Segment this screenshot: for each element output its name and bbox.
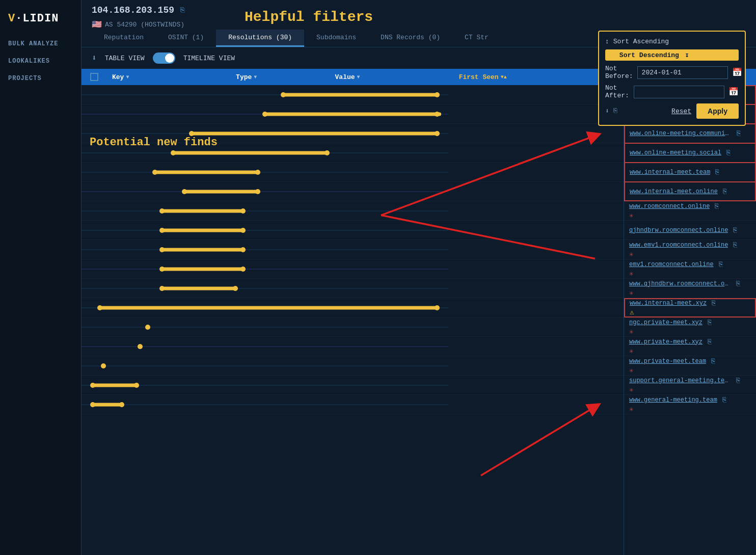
copy-domain-icon[interactable]: ⎘ [708, 319, 712, 327]
star-icon: ✳ [629, 211, 633, 220]
timeline-bar [192, 131, 437, 135]
domain-list-item: support.general-meeting.team ⎘ ✳ [624, 376, 756, 395]
domain-link[interactable]: www.internal-meet.team [630, 169, 710, 176]
timeline-dot-end [240, 228, 246, 233]
copy-domain-icon[interactable]: ⎘ [736, 377, 740, 385]
copy-domain-icon[interactable]: ⎘ [711, 357, 715, 365]
star-icon: ✳ [629, 366, 633, 375]
timeline-dot-start [189, 131, 194, 136]
download-icon[interactable]: ⬇ [92, 53, 97, 63]
domain-list-item: www.internal-meet.online ⎘ [624, 182, 756, 201]
calendar-after-icon[interactable]: 📅 [728, 87, 739, 97]
domain-link[interactable]: www.online-meeting.community [630, 130, 732, 137]
reset-button[interactable]: Reset [671, 108, 691, 115]
timeline-dot-start [159, 208, 165, 214]
timeline-bar [162, 286, 235, 290]
star-icon: ✳ [629, 347, 633, 355]
copy-domain-icon[interactable]: ⎘ [712, 299, 716, 307]
timeline-dot-start [159, 267, 165, 272]
tab-subdomains[interactable]: Subdomains [304, 30, 368, 47]
timeline-bar [162, 267, 242, 271]
star-icon: ✳ [629, 385, 633, 394]
domain-link[interactable]: www.private-meet.xyz [629, 338, 703, 346]
apply-button[interactable]: Apply [696, 103, 739, 119]
sort-descending-row[interactable]: ✓ Sort Descending ↧ [605, 49, 739, 61]
timeline-row [82, 376, 624, 395]
col-value[interactable]: Value ▼ [335, 73, 459, 81]
col-first-seen-label: First Seen [459, 73, 499, 81]
select-all-checkbox[interactable] [82, 73, 107, 81]
copy-domain-icon[interactable]: ⎘ [736, 280, 740, 288]
domain-list-item: www.roomconnect.online ⎘ ✳ [624, 201, 756, 221]
domain-list-item: www.qjhndbrw.roomconnect.onli ⎘ ✳ [624, 279, 756, 298]
copy-domain-icon[interactable]: ⎘ [715, 168, 719, 176]
copy-filter-icon[interactable]: ⎘ [613, 107, 617, 115]
domain-list-item: www.internal-meet.xyz ⎘ ⚠ [624, 298, 756, 318]
timeline-row [82, 201, 624, 221]
copy-domain-icon[interactable]: ⎘ [737, 129, 741, 138]
timeline-row [82, 221, 624, 240]
sidebar-item-bulk-analyze[interactable]: BULK ANALYZE [0, 35, 81, 52]
copy-domain-icon[interactable]: ⎘ [726, 149, 731, 157]
domain-link[interactable]: www.roomconnect.online [629, 203, 710, 210]
copy-domain-icon[interactable]: ⎘ [715, 202, 719, 210]
not-after-input[interactable] [634, 86, 724, 98]
col-type-sort-icon: ▼ [254, 74, 257, 80]
calendar-before-icon[interactable]: 📅 [732, 67, 742, 77]
domain-list-item: www.private-meet.xyz ⎘ ✳ [624, 337, 756, 356]
timeline-dot-start [182, 189, 187, 194]
domain-link[interactable]: qjhndbrw.roomconnect.online [629, 227, 728, 234]
domain-link[interactable]: www.internal-meet.online [630, 188, 718, 195]
copy-domain-icon[interactable]: ⎘ [719, 260, 723, 269]
col-key[interactable]: Key ▼ [107, 73, 236, 81]
domain-link[interactable]: www.emv1.roomconnect.online [629, 242, 728, 249]
checkbox-all[interactable] [90, 73, 98, 81]
timeline-bar [184, 190, 258, 193]
domain-link[interactable]: support.general-meeting.team [629, 377, 731, 384]
timeline-bar [100, 306, 437, 309]
sidebar-item-projects[interactable]: PROJECTS [0, 70, 81, 87]
domain-link[interactable]: www.online-meeting.social [630, 149, 721, 156]
sidebar-item-lookalikes[interactable]: LOOKALIKES [0, 52, 81, 70]
tab-osint[interactable]: OSINT (1) [156, 30, 216, 47]
copy-domain-icon[interactable]: ⎘ [733, 241, 737, 249]
domain-link[interactable]: www.private-meet.team [629, 358, 706, 365]
timeline-bar [162, 209, 242, 213]
timeline-bar [155, 170, 258, 174]
sidebar: V·LIDIN BULK ANALYZE LOOKALIKES PROJECTS [0, 0, 82, 555]
domain-list-item: www.online-meeting.community ⎘ [624, 124, 756, 143]
domain-link[interactable]: www.qjhndbrw.roomconnect.onli [629, 280, 731, 287]
sort-ascending-row[interactable]: ↕ Sort Ascending [605, 38, 739, 45]
timeline-dot-start [281, 92, 286, 97]
domain-list-item: www.general-meeting.team ⎘ ✳ [624, 395, 756, 414]
tab-ct[interactable]: CT Str [452, 30, 501, 47]
timeline-bar [283, 93, 437, 96]
not-before-input[interactable] [637, 66, 728, 79]
copy-domain-icon[interactable]: ⎘ [733, 226, 737, 234]
svg-line-2 [481, 407, 595, 475]
tab-reputation[interactable]: Reputation [92, 30, 156, 47]
copy-domain-icon[interactable]: ⎘ [708, 338, 712, 346]
tab-resolutions[interactable]: Resolutions (30) [216, 30, 304, 47]
timeline-dot-start [138, 344, 143, 349]
domain-link[interactable]: emv1.roomconnect.online [629, 261, 714, 268]
domain-list-item: www.private-meet.team ⎘ ✳ [624, 356, 756, 376]
timeline-dot-end [435, 305, 440, 310]
timeline-bar [173, 151, 327, 154]
copy-ip-icon[interactable]: ⎘ [180, 6, 184, 14]
copy-domain-icon[interactable]: ⎘ [722, 396, 726, 404]
domain-link[interactable]: www.internal-meet.xyz [630, 300, 707, 307]
col-value-label: Value [335, 73, 355, 81]
table-view-label: TABLE VIEW [105, 55, 145, 62]
tab-dns[interactable]: DNS Records (0) [368, 30, 452, 47]
timeline-row [82, 279, 624, 298]
domain-list-item: www.internal-meet.team ⎘ [624, 163, 756, 182]
download-filter-icon[interactable]: ⬇ [605, 107, 609, 115]
copy-domain-icon[interactable]: ⎘ [723, 188, 727, 196]
domain-link[interactable]: www.general-meeting.team [629, 397, 717, 404]
col-type[interactable]: Type ▼ [236, 73, 335, 81]
domain-link[interactable]: ngc.private-meet.xyz [629, 319, 703, 326]
col-first-seen[interactable]: First Seen ▼▲ [459, 73, 608, 81]
timeline-row [82, 356, 624, 376]
view-toggle[interactable] [153, 52, 175, 64]
